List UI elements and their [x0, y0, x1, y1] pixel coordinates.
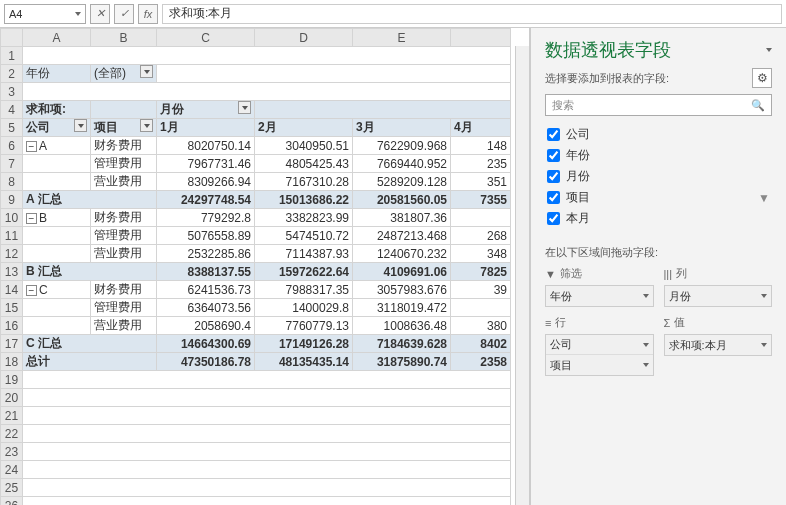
cell[interactable]	[23, 227, 91, 245]
col-header-a[interactable]: A	[23, 29, 91, 47]
collapse-icon[interactable]: −	[26, 141, 37, 152]
cell[interactable]: 47350186.78	[157, 353, 255, 371]
pivot-item[interactable]: 营业费用	[91, 245, 157, 263]
chevron-down-icon[interactable]	[761, 294, 767, 298]
pivot-col-field[interactable]: 月份	[157, 101, 255, 119]
area-filters-dropzone[interactable]: 年份	[545, 285, 654, 307]
cell[interactable]: 381807.36	[353, 209, 451, 227]
chevron-down-icon[interactable]	[75, 12, 81, 16]
cell[interactable]: 3040950.51	[255, 137, 353, 155]
cell[interactable]: 2532285.86	[157, 245, 255, 263]
pivot-col-3[interactable]: 3月	[353, 119, 451, 137]
pivot-col-4[interactable]: 4月	[451, 119, 511, 137]
col-header-d[interactable]: D	[255, 29, 353, 47]
cell[interactable]: 7355	[451, 191, 511, 209]
row-header[interactable]: 22	[1, 425, 23, 443]
col-header-c[interactable]: C	[157, 29, 255, 47]
row-header[interactable]: 8	[1, 173, 23, 191]
row-header[interactable]: 2	[1, 65, 23, 83]
name-box[interactable]: A4	[4, 4, 86, 24]
row-header[interactable]: 20	[1, 389, 23, 407]
cell[interactable]: 3118019.472	[353, 299, 451, 317]
cell[interactable]: 24297748.54	[157, 191, 255, 209]
cell[interactable]	[23, 425, 511, 443]
cell[interactable]: 4109691.06	[353, 263, 451, 281]
pivot-row-field-company[interactable]: 公司	[23, 119, 91, 137]
field-item-company[interactable]: 公司	[547, 126, 770, 143]
pivot-item[interactable]: 营业费用	[91, 173, 157, 191]
cell[interactable]: 31875890.74	[353, 353, 451, 371]
field-item-month[interactable]: 月份	[547, 168, 770, 185]
filter-dropdown-icon[interactable]	[238, 101, 251, 114]
col-header-b[interactable]: B	[91, 29, 157, 47]
row-header[interactable]: 23	[1, 443, 23, 461]
cell[interactable]: 48135435.14	[255, 353, 353, 371]
cell[interactable]	[23, 173, 91, 191]
cell[interactable]: 7114387.93	[255, 245, 353, 263]
grand-total[interactable]: 总计	[23, 353, 157, 371]
cell[interactable]: 348	[451, 245, 511, 263]
cell[interactable]: 351	[451, 173, 511, 191]
confirm-formula-button[interactable]: ✓	[114, 4, 134, 24]
field-checkbox[interactable]	[547, 212, 560, 225]
cell[interactable]	[23, 83, 511, 101]
cell[interactable]: 8402	[451, 335, 511, 353]
subtotal-a[interactable]: A 汇总	[23, 191, 157, 209]
cell[interactable]: 148	[451, 137, 511, 155]
col-header-f[interactable]	[451, 29, 511, 47]
field-checkbox[interactable]	[547, 170, 560, 183]
cell[interactable]: 4805425.43	[255, 155, 353, 173]
cell[interactable]: 1008636.48	[353, 317, 451, 335]
area-values-dropzone[interactable]: 求和项:本月	[664, 334, 773, 356]
row-header[interactable]: 13	[1, 263, 23, 281]
cell[interactable]: 6364073.56	[157, 299, 255, 317]
cell[interactable]	[23, 497, 511, 506]
col-header-e[interactable]: E	[353, 29, 451, 47]
cell[interactable]	[23, 407, 511, 425]
chevron-down-icon[interactable]	[643, 363, 649, 367]
row-header[interactable]: 15	[1, 299, 23, 317]
cell[interactable]: 1400029.8	[255, 299, 353, 317]
row-header[interactable]: 12	[1, 245, 23, 263]
worksheet[interactable]: A B C D E 1 2 年份 (全部) 3 4 求和项: 月份	[0, 28, 530, 505]
filter-dropdown-icon[interactable]	[74, 119, 87, 132]
chevron-down-icon[interactable]	[761, 343, 767, 347]
cell[interactable]: 268	[451, 227, 511, 245]
cell[interactable]: 5474510.72	[255, 227, 353, 245]
cell[interactable]: 380	[451, 317, 511, 335]
row-header[interactable]: 24	[1, 461, 23, 479]
cell[interactable]: 5076558.89	[157, 227, 255, 245]
row-header[interactable]: 7	[1, 155, 23, 173]
row-header[interactable]: 19	[1, 371, 23, 389]
pivot-col-1[interactable]: 1月	[157, 119, 255, 137]
chevron-down-icon[interactable]	[766, 48, 772, 52]
drop-item-project[interactable]: 项目	[546, 355, 653, 375]
cell[interactable]: 3057983.676	[353, 281, 451, 299]
cell[interactable]: 1240670.232	[353, 245, 451, 263]
cell[interactable]	[157, 65, 511, 83]
formula-bar[interactable]: 求和项:本月	[162, 4, 782, 24]
cell[interactable]: 7184639.628	[353, 335, 451, 353]
cell[interactable]	[23, 461, 511, 479]
cell[interactable]: 20581560.05	[353, 191, 451, 209]
cell[interactable]: 14664300.69	[157, 335, 255, 353]
pivot-col-2[interactable]: 2月	[255, 119, 353, 137]
field-checkbox[interactable]	[547, 191, 560, 204]
cell[interactable]: 7760779.13	[255, 317, 353, 335]
row-header[interactable]: 6	[1, 137, 23, 155]
row-header[interactable]: 11	[1, 227, 23, 245]
cell[interactable]	[23, 155, 91, 173]
filter-dropdown-icon[interactable]	[140, 119, 153, 132]
subtotal-b[interactable]: B 汇总	[23, 263, 157, 281]
fx-button[interactable]: fx	[138, 4, 158, 24]
cell[interactable]	[451, 299, 511, 317]
chevron-down-icon[interactable]	[643, 343, 649, 347]
cell[interactable]: 2058690.4	[157, 317, 255, 335]
cell[interactable]: 17149126.28	[255, 335, 353, 353]
row-header[interactable]: 5	[1, 119, 23, 137]
pivot-item[interactable]: 管理费用	[91, 227, 157, 245]
field-search-input[interactable]: 搜索 🔍	[545, 94, 772, 116]
cell[interactable]	[91, 101, 157, 119]
row-header[interactable]: 4	[1, 101, 23, 119]
cell[interactable]: 235	[451, 155, 511, 173]
